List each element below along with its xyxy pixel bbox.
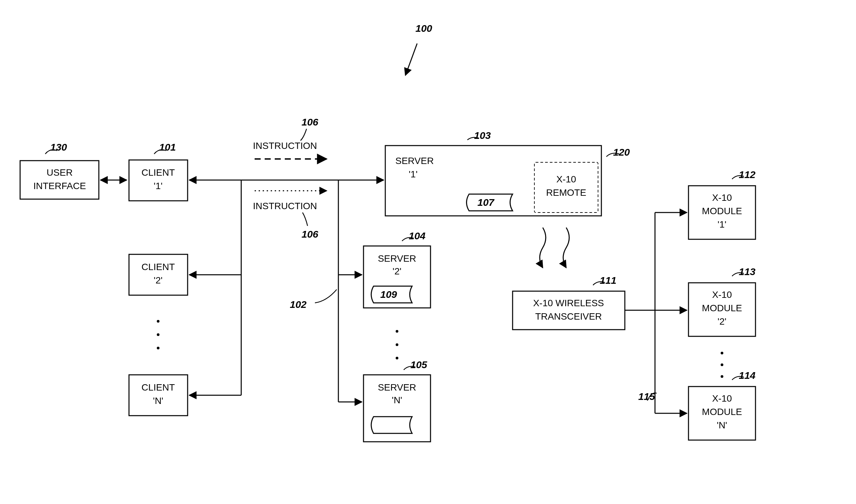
server2-ref: 104 <box>409 230 426 241</box>
x10-transceiver-ref: 111 <box>600 275 616 286</box>
svg-text:X-10: X-10 <box>712 193 732 203</box>
svg-text:MODULE: MODULE <box>702 407 742 417</box>
svg-point-6 <box>157 347 159 349</box>
svg-text:'2': '2' <box>393 266 401 276</box>
svg-text:SERVER: SERVER <box>378 382 416 393</box>
serverN-inner <box>371 417 412 433</box>
svg-text:SERVER: SERVER <box>378 253 416 264</box>
figure-ref: 100 <box>415 23 432 34</box>
ui-label-2: INTERFACE <box>33 181 86 191</box>
x10-module1-ref: 112 <box>739 169 755 180</box>
svg-text:'N': 'N' <box>717 420 727 430</box>
client2-box <box>129 254 188 295</box>
svg-point-38 <box>721 363 723 366</box>
client1-ref: 101 <box>159 142 176 152</box>
svg-text:X-10 WIRELESS: X-10 WIRELESS <box>533 298 604 308</box>
instruction-lower-label: INSTRUCTION <box>253 201 317 211</box>
svg-text:'N': 'N' <box>392 395 403 405</box>
server1-inner-ref: 107 <box>477 197 495 208</box>
svg-text:CLIENT: CLIENT <box>141 167 175 178</box>
svg-text:MODULE: MODULE <box>702 206 742 216</box>
svg-text:CLIENT: CLIENT <box>141 262 175 272</box>
svg-text:MODULE: MODULE <box>702 303 742 313</box>
server1-ref: 103 <box>474 130 491 141</box>
svg-point-5 <box>157 333 159 336</box>
ui-ref: 130 <box>50 142 67 152</box>
svg-text:X-10: X-10 <box>556 174 576 184</box>
client1-box <box>129 160 188 201</box>
x10-remote-ref: 120 <box>613 147 630 158</box>
clientN-box <box>129 375 188 416</box>
svg-point-37 <box>721 352 723 355</box>
svg-text:'2': '2' <box>154 275 162 286</box>
x10-module2-ref: 113 <box>739 266 755 277</box>
svg-text:'1': '1' <box>409 169 417 179</box>
instruction-upper-ref: 106 <box>302 116 318 127</box>
svg-text:X-10: X-10 <box>712 393 732 403</box>
instruction-upper-label: INSTRUCTION <box>253 141 317 151</box>
svg-point-21 <box>396 343 398 346</box>
svg-text:X-10: X-10 <box>712 289 732 300</box>
bus-ref: 102 <box>290 299 307 310</box>
x10-transceiver-box <box>513 291 625 330</box>
svg-text:REMOTE: REMOTE <box>546 187 586 198</box>
svg-point-22 <box>396 357 398 359</box>
server2-inner-ref: 109 <box>380 289 397 300</box>
svg-text:'N': 'N' <box>153 396 164 406</box>
svg-text:'2': '2' <box>718 316 726 327</box>
svg-point-20 <box>396 330 398 332</box>
system-diagram: 100 USER INTERFACE 130 CLIENT '1' 101 CL… <box>0 0 856 504</box>
svg-point-39 <box>721 375 723 378</box>
user-interface-box <box>20 161 99 199</box>
ui-label-1: USER <box>47 167 73 178</box>
svg-text:'1': '1' <box>718 219 726 230</box>
svg-text:SERVER: SERVER <box>395 156 434 166</box>
module-bus-ref: 115 <box>638 391 655 402</box>
svg-text:TRANSCEIVER: TRANSCEIVER <box>535 311 602 322</box>
svg-text:'1': '1' <box>154 181 162 191</box>
x10-moduleN-ref: 114 <box>739 370 755 381</box>
svg-text:CLIENT: CLIENT <box>141 382 175 393</box>
instruction-lower-ref: 106 <box>302 229 318 240</box>
serverN-ref: 105 <box>410 359 428 370</box>
svg-point-4 <box>157 320 159 323</box>
